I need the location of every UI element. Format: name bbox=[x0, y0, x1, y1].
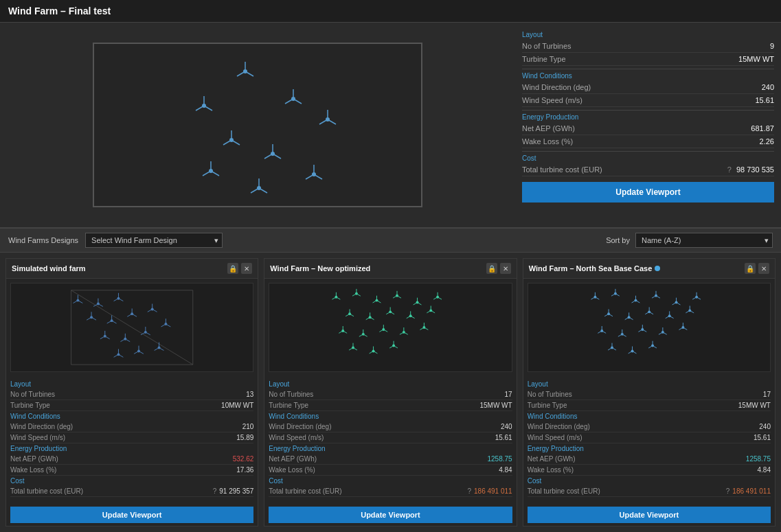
designs-select[interactable]: Select Wind Farm Design bbox=[85, 233, 223, 248]
card-viewport bbox=[10, 283, 253, 372]
sort-select[interactable]: Name (A-Z) bbox=[635, 233, 773, 248]
lock-icon[interactable]: 🔒 bbox=[745, 263, 756, 274]
svg-point-177 bbox=[614, 292, 617, 295]
svg-point-45 bbox=[97, 303, 100, 305]
lock-icon[interactable]: 🔒 bbox=[227, 263, 238, 274]
svg-point-229 bbox=[661, 331, 664, 334]
svg-point-161 bbox=[352, 347, 354, 349]
card-title: Simulated wind farm bbox=[12, 264, 86, 273]
card-update-viewport-button[interactable]: Update Viewport bbox=[528, 507, 771, 523]
app-container: Wind Farm – Final test bbox=[0, 0, 781, 532]
card-layout-title: Layout bbox=[269, 379, 512, 389]
svg-point-35 bbox=[257, 186, 261, 190]
svg-point-97 bbox=[335, 296, 338, 299]
main-wind-dir-row: Wind Direction (deg) 240 bbox=[522, 81, 774, 94]
card-wake-loss-row: Wake Loss (%) 17.36 bbox=[10, 465, 253, 476]
card-turbine-type-row: Turbine Type 15MW WT bbox=[269, 400, 512, 411]
sort-select-wrapper: Name (A-Z) ▾ bbox=[635, 233, 773, 248]
svg-point-197 bbox=[607, 312, 610, 315]
main-viewport-area bbox=[0, 23, 515, 227]
card-header: Simulated wind farm 🔒 ✕ bbox=[6, 259, 258, 279]
farm-card-0: Simulated wind farm 🔒 ✕ bbox=[5, 258, 258, 527]
card-energy-production-title: Energy Production bbox=[10, 443, 253, 454]
card-net-aep-value: 1258.75 bbox=[746, 455, 771, 463]
card-wake-loss-value: 4.84 bbox=[499, 466, 512, 474]
active-indicator bbox=[655, 266, 660, 271]
svg-point-193 bbox=[695, 296, 698, 299]
main-wake-loss-label: Wake Loss (%) bbox=[522, 137, 573, 146]
svg-point-157 bbox=[423, 326, 426, 329]
card-data: Layout No of Turbines 13 Turbine Type 10… bbox=[6, 376, 258, 504]
main-net-aep-row: Net AEP (GWh) 681.87 bbox=[522, 122, 774, 135]
card-turbine-type-label: Turbine Type bbox=[10, 402, 50, 409]
svg-point-49 bbox=[117, 297, 120, 300]
card-net-aep-row: Net AEP (GWh) 1258.75 bbox=[269, 454, 512, 465]
svg-point-185 bbox=[655, 294, 657, 297]
svg-point-225 bbox=[641, 328, 644, 331]
card-total-cost-label: Total turbine cost (EUR) bbox=[528, 487, 600, 495]
card-wind-conditions-title: Wind Conditions bbox=[528, 411, 771, 421]
farm-card-2: Wind Farm – North Sea Base Case 🔒 ✕ bbox=[523, 258, 776, 527]
main-wind-dir-label: Wind Direction (deg) bbox=[522, 83, 591, 91]
card-energy-production-title: Energy Production bbox=[528, 443, 771, 454]
card-icons: 🔒 ✕ bbox=[227, 263, 252, 274]
svg-point-221 bbox=[620, 333, 623, 336]
svg-point-237 bbox=[611, 347, 613, 349]
card-cost-title: Cost bbox=[528, 476, 771, 486]
card-icons: 🔒 ✕ bbox=[745, 263, 769, 274]
main-update-viewport-button[interactable]: Update Viewport bbox=[522, 182, 774, 203]
card-wind-speed-value: 15.89 bbox=[236, 434, 253, 441]
svg-point-65 bbox=[151, 308, 154, 310]
svg-point-209 bbox=[668, 314, 670, 317]
svg-point-137 bbox=[430, 309, 433, 312]
cards-section: Simulated wind farm 🔒 ✕ bbox=[0, 253, 781, 532]
farm-card-1: Wind Farm – New optimized 🔒 ✕ bbox=[264, 258, 517, 527]
card-net-aep-label: Net AEP (GWh) bbox=[528, 455, 576, 463]
svg-line-37 bbox=[71, 290, 193, 365]
svg-point-105 bbox=[376, 299, 378, 302]
svg-point-3 bbox=[243, 69, 247, 73]
main-total-cost-value: ? 98 730 535 bbox=[727, 165, 774, 174]
svg-point-109 bbox=[396, 294, 398, 297]
card-wind-dir-label: Wind Direction (deg) bbox=[528, 423, 590, 430]
cost-question-mark: ? bbox=[467, 487, 471, 495]
card-wind-speed-label: Wind Speed (m/s) bbox=[269, 434, 324, 441]
card-total-cost-label: Total turbine cost (EUR) bbox=[269, 487, 341, 495]
card-turbine-type-value: 15MW WT bbox=[479, 402, 512, 409]
card-wind-speed-label: Wind Speed (m/s) bbox=[10, 434, 65, 441]
card-no-turbines-value: 17 bbox=[763, 391, 771, 398]
svg-point-189 bbox=[675, 301, 677, 304]
cost-question-mark: ? bbox=[213, 487, 217, 495]
svg-point-27 bbox=[209, 169, 213, 173]
main-wind-speed-value: 15.61 bbox=[755, 96, 774, 104]
lock-icon[interactable]: 🔒 bbox=[486, 263, 497, 274]
card-layout-title: Layout bbox=[10, 379, 253, 389]
main-total-cost-row: Total turbine cost (EUR) ? 98 730 535 bbox=[522, 163, 774, 176]
card-net-aep-value: 532.62 bbox=[233, 455, 254, 463]
card-total-cost-value: ?186 491 011 bbox=[726, 487, 771, 495]
svg-point-129 bbox=[389, 310, 392, 313]
card-net-aep-value: 1258.75 bbox=[488, 455, 512, 463]
main-wind-speed-label: Wind Speed (m/s) bbox=[522, 96, 582, 104]
card-turbine-type-label: Turbine Type bbox=[269, 402, 308, 409]
svg-point-141 bbox=[342, 329, 345, 332]
card-viewport bbox=[269, 283, 512, 372]
close-icon[interactable]: ✕ bbox=[500, 263, 511, 274]
svg-point-133 bbox=[409, 314, 412, 317]
card-wake-loss-row: Wake Loss (%) 4.84 bbox=[528, 465, 771, 476]
card-wind-dir-value: 240 bbox=[501, 423, 512, 430]
svg-point-213 bbox=[688, 309, 691, 312]
close-icon[interactable]: ✕ bbox=[758, 263, 769, 274]
svg-point-77 bbox=[144, 331, 147, 334]
card-wind-dir-label: Wind Direction (deg) bbox=[10, 423, 73, 430]
close-icon[interactable]: ✕ bbox=[241, 263, 252, 274]
svg-point-101 bbox=[355, 292, 358, 295]
card-no-turbines-value: 13 bbox=[246, 391, 253, 398]
card-no-turbines-row: No of Turbines 17 bbox=[528, 389, 771, 400]
card-wind-speed-value: 15.61 bbox=[495, 434, 512, 441]
card-update-viewport-button[interactable]: Update Viewport bbox=[10, 507, 253, 523]
card-no-turbines-value: 17 bbox=[505, 391, 512, 398]
card-update-viewport-button[interactable]: Update Viewport bbox=[269, 507, 512, 523]
main-wind-dir-value: 240 bbox=[762, 83, 774, 91]
card-layout-title: Layout bbox=[528, 379, 771, 389]
